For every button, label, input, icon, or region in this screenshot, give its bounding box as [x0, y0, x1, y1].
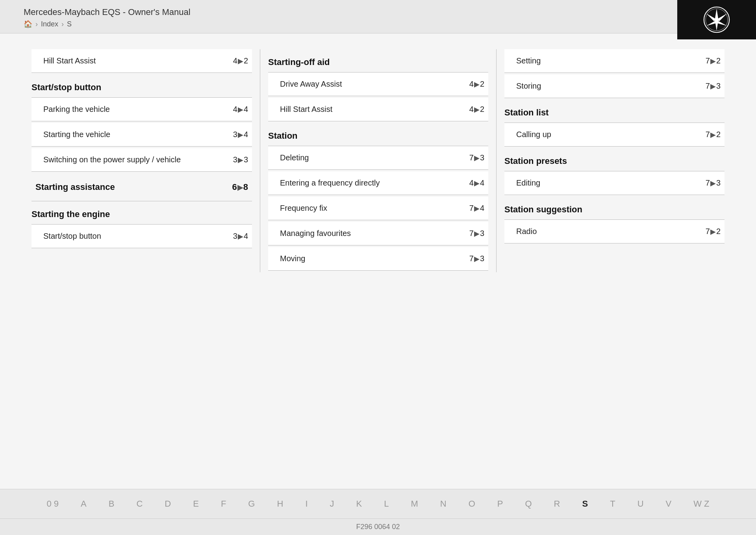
alpha-l[interactable]: L — [373, 496, 400, 511]
entry-label: Storing — [516, 82, 541, 91]
alpha-g[interactable]: G — [237, 496, 266, 511]
entry-hill-start-assist-col2[interactable]: Hill Start Assist 4▶2 — [268, 98, 488, 121]
heading-starting-off-aid: Starting-off aid — [268, 49, 488, 72]
header-left: Mercedes-Maybach EQS - Owner's Manual 🏠 … — [24, 7, 191, 28]
alpha-b[interactable]: B — [98, 496, 126, 511]
entry-entering-frequency[interactable]: Entering a frequency directly 4▶4 — [268, 171, 488, 195]
svg-marker-6 — [706, 14, 716, 21]
svg-marker-2 — [715, 9, 718, 20]
column-1: Hill Start Assist 4▶2 Start/stop button … — [24, 49, 260, 272]
entry-radio[interactable]: Radio 7▶2 — [504, 220, 724, 243]
page-ref: 7▶2 — [706, 130, 721, 139]
page-ref: 7▶3 — [469, 153, 484, 162]
entry-startstop-button-sub[interactable]: Start/stop button 3▶4 — [32, 225, 252, 248]
page-title: Mercedes-Maybach EQS - Owner's Manual — [24, 7, 191, 17]
page-ref: 7▶3 — [706, 82, 721, 91]
alpha-wz[interactable]: W Z — [682, 496, 720, 511]
page-header: Mercedes-Maybach EQS - Owner's Manual 🏠 … — [0, 0, 756, 33]
entry-setting[interactable]: Setting 7▶2 — [504, 49, 724, 73]
entry-switching-power[interactable]: Switching on the power supply / vehicle … — [32, 148, 252, 172]
entry-deleting[interactable]: Deleting 7▶3 — [268, 146, 488, 170]
heading-station-presets: Station presets — [504, 148, 724, 171]
alpha-v[interactable]: V — [655, 496, 683, 511]
page-ref: 3▶3 — [233, 155, 248, 164]
entry-label: Drive Away Assist — [280, 80, 342, 89]
alpha-c[interactable]: C — [125, 496, 154, 511]
page-ref: 4▶4 — [233, 105, 248, 114]
alpha-i[interactable]: I — [294, 496, 319, 511]
alpha-k[interactable]: K — [345, 496, 373, 511]
alpha-e[interactable]: E — [182, 496, 210, 511]
alpha-o[interactable]: O — [458, 496, 486, 511]
heading-station-suggestion: Station suggestion — [504, 197, 724, 220]
entry-storing[interactable]: Storing 7▶3 — [504, 74, 724, 98]
entry-label: Editing — [516, 178, 540, 188]
content-grid: Hill Start Assist 4▶2 Start/stop button … — [24, 49, 732, 272]
column-2: Starting-off aid Drive Away Assist 4▶2 H… — [260, 49, 496, 272]
page-ref: 7▶2 — [706, 56, 721, 65]
page-footer: 0 9 A B C D E F G H I J K L M N O P Q R … — [0, 489, 756, 535]
mercedes-star-icon — [703, 6, 730, 33]
heading-starting-engine: Starting the engine — [32, 201, 252, 225]
breadcrumb-sep2: › — [61, 20, 64, 28]
column-3: Setting 7▶2 Storing 7▶3 Station list Cal… — [496, 49, 732, 272]
alpha-n[interactable]: N — [429, 496, 458, 511]
alpha-09[interactable]: 0 9 — [35, 496, 70, 511]
entry-parking-vehicle[interactable]: Parking the vehicle 4▶4 — [32, 98, 252, 121]
entry-label: Hill Start Assist — [43, 56, 96, 65]
heading-startstop-button: Start/stop button — [32, 74, 252, 98]
entry-label: Radio — [516, 227, 537, 236]
entry-label: Entering a frequency directly — [280, 178, 380, 188]
alpha-a[interactable]: A — [70, 496, 98, 511]
entry-label: Moving — [280, 254, 305, 263]
svg-marker-7 — [717, 14, 727, 21]
breadcrumb-index[interactable]: Index — [41, 20, 58, 28]
alpha-q[interactable]: Q — [514, 496, 543, 511]
svg-point-8 — [715, 19, 718, 22]
alpha-r[interactable]: R — [543, 496, 571, 511]
doc-code: F296 0064 02 — [0, 519, 756, 535]
entry-label: Deleting — [280, 153, 309, 162]
page-ref: 4▶2 — [469, 80, 484, 89]
home-icon[interactable]: 🏠 — [24, 20, 32, 28]
logo-area — [677, 0, 756, 39]
page-ref: 7▶3 — [469, 254, 484, 263]
breadcrumb-current: S — [67, 20, 72, 28]
page-ref: 4▶2 — [233, 56, 248, 65]
entry-drive-away-assist[interactable]: Drive Away Assist 4▶2 — [268, 72, 488, 96]
entry-editing[interactable]: Editing 7▶3 — [504, 171, 724, 195]
entry-label: Starting the vehicle — [43, 130, 110, 139]
entry-label: Setting — [516, 56, 541, 65]
alpha-f[interactable]: F — [210, 496, 237, 511]
alpha-d[interactable]: D — [154, 496, 182, 511]
page-ref: 6▶8 — [232, 182, 248, 192]
alpha-j[interactable]: J — [319, 496, 345, 511]
entry-starting-vehicle[interactable]: Starting the vehicle 3▶4 — [32, 123, 252, 147]
svg-marker-5 — [717, 20, 727, 26]
svg-marker-4 — [706, 20, 717, 26]
page-ref: 4▶4 — [469, 178, 484, 188]
main-content: Hill Start Assist 4▶2 Start/stop button … — [0, 33, 756, 489]
entry-calling-up[interactable]: Calling up 7▶2 — [504, 123, 724, 147]
entry-starting-assistance[interactable]: Starting assistance 6▶8 — [32, 173, 252, 201]
alpha-u[interactable]: U — [626, 496, 655, 511]
alpha-s[interactable]: S — [571, 496, 599, 511]
entry-label: Starting assistance — [35, 182, 115, 192]
entry-hill-start-assist-col1[interactable]: Hill Start Assist 4▶2 — [32, 49, 252, 73]
page-ref: 7▶2 — [706, 227, 721, 236]
entry-label: Start/stop button — [43, 232, 101, 241]
entry-managing-favourites[interactable]: Managing favourites 7▶3 — [268, 222, 488, 245]
entry-frequency-fix[interactable]: Frequency fix 7▶4 — [268, 197, 488, 220]
alpha-h[interactable]: H — [266, 496, 294, 511]
page-ref: 7▶3 — [706, 178, 721, 188]
alpha-p[interactable]: P — [486, 496, 514, 511]
page-ref: 3▶4 — [233, 232, 248, 241]
entry-moving[interactable]: Moving 7▶3 — [268, 247, 488, 271]
alphabet-bar: 0 9 A B C D E F G H I J K L M N O P Q R … — [0, 489, 756, 519]
alpha-m[interactable]: M — [400, 496, 429, 511]
page-ref: 3▶4 — [233, 130, 248, 139]
alpha-t[interactable]: T — [599, 496, 626, 511]
breadcrumb-sep1: › — [35, 20, 38, 28]
heading-station-list: Station list — [504, 100, 724, 123]
entry-label: Switching on the power supply / vehicle — [43, 155, 181, 164]
